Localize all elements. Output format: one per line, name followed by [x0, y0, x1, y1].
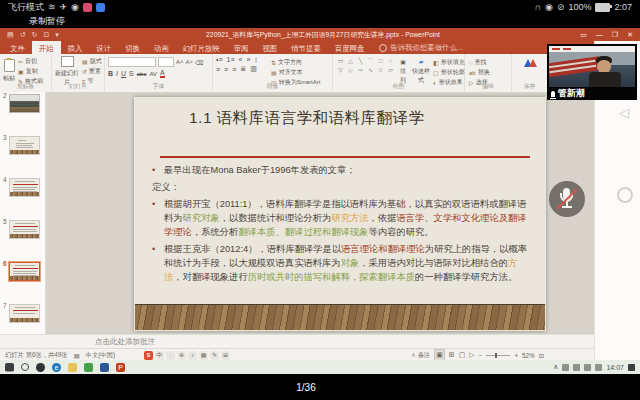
tab-design[interactable]: 设计 — [89, 41, 118, 54]
shadow-button[interactable]: S — [129, 70, 134, 77]
ime-mic-icon[interactable]: ♪ — [188, 351, 197, 360]
thumbnail-slide-3[interactable]: 3 — [0, 134, 45, 176]
align-right-icon[interactable]: ≡ — [232, 66, 236, 73]
ime-mode-icon[interactable]: 中 — [155, 351, 164, 360]
notes-bar[interactable]: 点击此处添加批注 — [0, 334, 640, 349]
green-app-icon[interactable] — [84, 363, 93, 372]
replace-button[interactable]: ab替换 — [469, 68, 511, 77]
copy-button[interactable]: ▣复制 — [18, 67, 43, 76]
shape-circle-icon[interactable]: ○ — [386, 57, 395, 65]
taskbar-clock[interactable]: 14:07 — [606, 364, 624, 371]
powerpoint-taskbar-icon[interactable]: P — [116, 363, 125, 372]
shape-arc-icon[interactable]: ⌒ — [366, 57, 375, 65]
speaker-video-tile[interactable]: 管新潮 — [547, 44, 637, 100]
align-left-icon[interactable]: ≡ — [216, 66, 220, 73]
tab-home[interactable]: 开始 — [32, 41, 61, 54]
zoom-out-button[interactable]: − — [479, 352, 483, 359]
tray-network-icon[interactable] — [584, 364, 591, 371]
slide-thumbnail-panel[interactable]: 2 3 4 — [0, 92, 46, 334]
meeting-app-icon[interactable] — [36, 363, 45, 372]
slide-body[interactable]: • 最早出现在Mona Baker于1996年发表的文章； 定义： • 根据胡开… — [152, 164, 533, 288]
ime-settings-icon[interactable]: ⊕ — [177, 351, 186, 360]
line-spacing-icon[interactable]: ↕ — [254, 56, 258, 63]
tab-view[interactable]: 视图 — [255, 41, 284, 54]
justify-icon[interactable]: ≣ — [240, 65, 246, 73]
clear-format-icon[interactable]: ⌫ — [195, 59, 203, 66]
language-label[interactable]: 中文(中国) — [86, 351, 115, 360]
tray-mic-icon[interactable] — [562, 364, 569, 371]
thumbnail-slide-7[interactable]: 7 — [0, 302, 45, 334]
numbering-icon[interactable]: 1≡ — [227, 56, 235, 63]
save-icon[interactable]: ▤ — [7, 31, 14, 39]
slide-sorter-button[interactable]: ⊞ — [449, 350, 455, 360]
font-color-button[interactable]: A — [160, 69, 165, 78]
text-direction-button[interactable]: ⇅文字方向 — [271, 58, 320, 67]
shape-fill-button[interactable]: ◧形状填充 — [433, 58, 465, 67]
slide-title[interactable]: 1.1 语料库语言学和语料库翻译学 — [189, 108, 425, 129]
font-name-input[interactable] — [108, 57, 156, 67]
maximize-button[interactable]: ❐ — [612, 31, 618, 39]
tellme-box[interactable]: 告诉我你想要做什么... — [379, 41, 463, 54]
char-spacing-button[interactable]: AV — [149, 71, 157, 77]
save-to-baidu-button[interactable] — [512, 58, 547, 67]
thumbnail-slide-5[interactable]: 5 — [0, 218, 45, 260]
thumbnail[interactable] — [9, 178, 40, 197]
search-icon[interactable] — [21, 363, 29, 371]
shape-square-icon[interactable]: □ — [376, 57, 385, 65]
shape-parallelogram-icon[interactable]: ▱ — [386, 66, 395, 74]
fit-to-window-icon[interactable]: ⊡ — [539, 352, 544, 359]
tray-pen-icon[interactable] — [595, 364, 602, 371]
shape-triangle-down-icon[interactable]: ▽ — [336, 66, 345, 74]
shape-line-icon[interactable]: ╲ — [356, 57, 365, 65]
shape-outline-button[interactable]: ▢形状轮廓 — [433, 68, 465, 77]
slideshow-button[interactable]: ▷ — [469, 350, 474, 360]
ime-toolbar[interactable]: S 中 · ⊕ ♪ ▦ ✎ ⊞ — [144, 350, 230, 360]
slide-canvas[interactable]: 1.1 语料库语言学和语料库翻译学 • 最早出现在Mona Baker于1996… — [134, 97, 546, 331]
collapse-panel-arrow-icon[interactable]: ◁ — [619, 105, 629, 120]
floating-ring-button[interactable] — [617, 187, 633, 203]
thumbnail[interactable] — [9, 262, 40, 281]
redo-icon[interactable]: ↻ — [32, 31, 38, 39]
zoom-slider-thumb[interactable] — [495, 353, 497, 358]
shrink-font-icon[interactable]: A˅ — [186, 59, 194, 65]
shape-star-icon[interactable]: ☆ — [376, 66, 385, 74]
shape-triangle-icon[interactable]: △ — [346, 57, 355, 65]
thumbnail-slide-6-selected[interactable]: 6 — [0, 260, 45, 302]
tab-storyboard[interactable]: 情节提要 — [284, 41, 328, 54]
bullets-icon[interactable]: •≡ — [216, 56, 223, 63]
thumbnail[interactable] — [9, 136, 40, 155]
indent-increase-icon[interactable]: » — [246, 56, 250, 63]
tray-volume-icon[interactable] — [573, 364, 580, 371]
zoom-in-button[interactable]: + — [514, 352, 518, 359]
layout-button[interactable]: ▤版式 — [82, 57, 102, 66]
align-text-button[interactable]: ▤对齐文本 — [271, 68, 320, 77]
ime-punctuation-icon[interactable]: · — [166, 351, 175, 360]
shape-diamond-icon[interactable]: ◇ — [346, 66, 355, 74]
shape-rect-icon[interactable]: ▭ — [336, 57, 345, 65]
close-button[interactable]: ✕ — [627, 31, 633, 39]
minimize-button[interactable]: — — [596, 31, 603, 39]
ime-toolbox-icon[interactable]: ⊞ — [221, 351, 230, 360]
align-center-icon[interactable]: ≡ — [224, 66, 228, 73]
underline-button[interactable]: U — [121, 70, 126, 77]
shape-arrow-icon[interactable]: ⇨ — [356, 66, 365, 74]
sogou-logo-icon[interactable]: S — [144, 351, 153, 360]
spellcheck-icon[interactable]: ▤ — [74, 352, 80, 359]
italic-button[interactable]: I — [116, 70, 118, 77]
undo-icon[interactable]: ↺ — [20, 31, 26, 39]
reading-view-button[interactable]: ▢ — [459, 350, 466, 360]
notification-center-icon[interactable] — [628, 364, 635, 371]
ime-pen-icon[interactable]: ✎ — [210, 351, 219, 360]
zoom-slider[interactable] — [486, 355, 510, 356]
notes-toggle-button[interactable]: ∧ 备注 — [411, 351, 431, 360]
thumbnail[interactable] — [9, 220, 40, 239]
tab-file[interactable]: 文件 — [3, 41, 32, 54]
tab-animations[interactable]: 动画 — [147, 41, 176, 54]
shape-curve-icon[interactable]: ∿ — [366, 66, 375, 74]
thumbnail-photo[interactable] — [9, 94, 40, 113]
strikethrough-button[interactable]: abc — [137, 71, 147, 77]
cut-button[interactable]: ✂剪切 — [18, 57, 43, 66]
tray-expand-icon[interactable]: ∧ — [553, 363, 558, 371]
font-size-input[interactable] — [158, 57, 174, 67]
columns-icon[interactable]: ▥ — [250, 65, 257, 73]
